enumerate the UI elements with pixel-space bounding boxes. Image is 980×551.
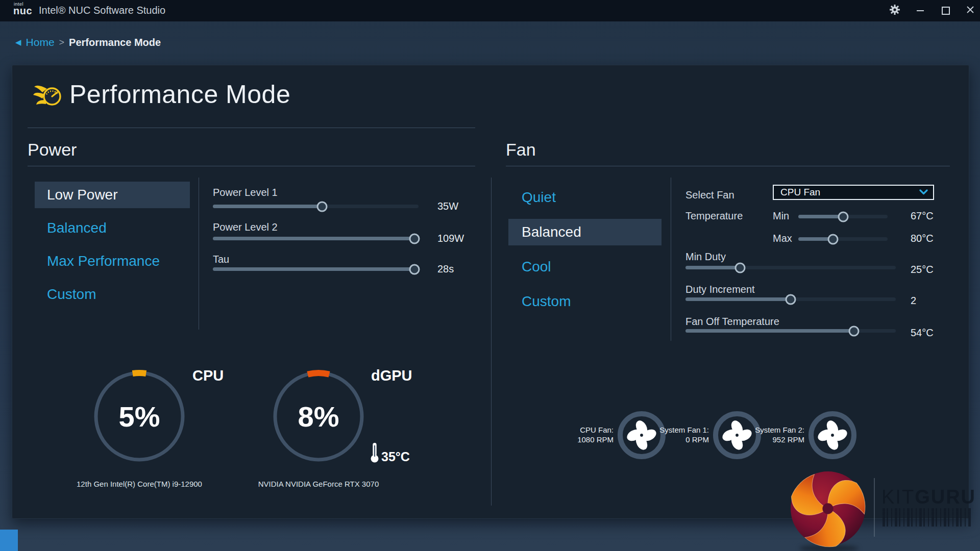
mode-label: Low Power <box>47 187 118 203</box>
fan-mode-cool[interactable]: Cool <box>508 254 662 280</box>
fan-name: System Fan 1: <box>643 425 709 435</box>
kitguru-guru-text: GURU <box>915 486 976 508</box>
power-mode-low-power[interactable]: Low Power <box>35 182 190 208</box>
temp-max-label: Max <box>773 233 792 244</box>
maximize-icon <box>942 7 950 15</box>
minimize-icon <box>917 10 924 11</box>
breadcrumb-separator: > <box>59 37 65 48</box>
cpu-caption: 12th Gen Intel(R) Core(TM) i9-12900 <box>58 480 221 488</box>
barcode-graphic <box>883 508 972 527</box>
cpu-usage-value: 5% <box>92 369 186 463</box>
power-mode-balanced[interactable]: Balanced <box>35 215 190 241</box>
fan-heading-divider <box>506 166 950 166</box>
dgpu-usage-value: 8% <box>272 369 365 463</box>
temperature-label: Temperature <box>685 210 743 222</box>
back-arrow-icon[interactable]: ◀ <box>15 38 21 47</box>
slider-thumb[interactable] <box>786 294 796 305</box>
temp-max-value: 80°C <box>911 233 934 244</box>
slider-thumb[interactable] <box>848 325 859 336</box>
chevron-down-icon <box>919 188 928 197</box>
min-duty-slider[interactable] <box>685 266 896 269</box>
mode-label: Balanced <box>522 224 581 240</box>
fan-mode-custom[interactable]: Custom <box>508 288 662 315</box>
duty-increment-value: 2 <box>911 295 916 307</box>
slider-fill <box>685 329 854 333</box>
gear-icon <box>890 5 900 17</box>
temp-min-label: Min <box>773 210 789 222</box>
slider-thumb[interactable] <box>316 201 327 212</box>
background-window-fragment <box>0 530 18 551</box>
slider-thumb[interactable] <box>409 233 420 244</box>
power-mode-max-performance[interactable]: Max Performance <box>35 248 190 274</box>
cpu-fan-rpm-label: CPU Fan: 1080 RPM <box>547 425 614 444</box>
temp-min-slider[interactable] <box>798 215 888 218</box>
fan-mode-quiet[interactable]: Quiet <box>508 184 662 211</box>
power-section-heading: Power <box>28 140 77 160</box>
thermometer-icon <box>370 442 380 465</box>
mode-label: Max Performance <box>47 253 160 269</box>
fan-icon <box>818 420 847 450</box>
power-level-2-slider[interactable] <box>213 237 419 240</box>
mode-label: Custom <box>47 286 96 303</box>
dgpu-caption: NVIDIA NVIDIA GeForce RTX 3070 <box>237 480 400 488</box>
app-title: Intel® NUC Software Studio <box>39 5 165 16</box>
kitguru-kit-text: KIT <box>881 486 915 508</box>
slider-thumb[interactable] <box>838 211 848 222</box>
slider-thumb[interactable] <box>828 234 839 244</box>
power-fan-divider <box>491 178 492 506</box>
system-fan-1-rpm-label: System Fan 1: 0 RPM <box>643 425 709 444</box>
slider-thumb[interactable] <box>735 262 746 273</box>
maximize-button[interactable] <box>937 0 954 21</box>
duty-increment-slider[interactable] <box>685 297 896 301</box>
power-level-1-slider[interactable] <box>213 205 419 208</box>
power-level-2-label: Power Level 2 <box>213 221 278 233</box>
slider-fill <box>213 205 322 208</box>
mode-label: Quiet <box>522 189 556 206</box>
slider-fill <box>213 267 414 271</box>
intel-nuc-logo: intel nuc <box>13 2 32 16</box>
slider-thumb[interactable] <box>409 264 420 274</box>
min-duty-label: Min Duty <box>685 251 726 263</box>
power-level-1-label: Power Level 1 <box>213 187 278 198</box>
duty-increment-label: Duty Increment <box>685 284 755 295</box>
mode-label: Custom <box>522 293 571 310</box>
fan-rpm: 952 RPM <box>738 435 804 444</box>
fan-rpm: 0 RPM <box>643 435 709 444</box>
performance-mode-panel: Performance Mode Power Low Power Balance… <box>12 65 969 519</box>
dgpu-temperature: 35°C <box>370 442 410 465</box>
mode-label: Balanced <box>47 220 107 236</box>
tau-value: 28s <box>437 263 454 275</box>
title-bar: intel nuc Intel® NUC Software Studio <box>0 0 980 21</box>
minimize-button[interactable] <box>912 0 929 21</box>
system-fan-2-rpm-label: System Fan 2: 952 RPM <box>738 425 804 444</box>
breadcrumb: ◀ Home > Performance Mode <box>15 36 161 48</box>
title-divider <box>28 128 475 128</box>
temp-max-slider[interactable] <box>798 237 888 241</box>
settings-button[interactable] <box>886 0 903 21</box>
power-level-2-value: 109W <box>437 233 464 244</box>
fan-off-temperature-label: Fan Off Temperature <box>685 316 779 328</box>
power-column-divider <box>199 178 199 330</box>
dgpu-gauge-label: dGPU <box>371 367 412 384</box>
fan-off-temperature-slider[interactable] <box>685 329 896 333</box>
kitguru-wordmark: KITGURU <box>881 486 976 508</box>
power-mode-custom[interactable]: Custom <box>35 281 190 308</box>
fan-name: CPU Fan: <box>547 425 614 435</box>
temp-min-value: 67°C <box>911 210 934 222</box>
tau-slider[interactable] <box>213 267 419 271</box>
fan-section-heading: Fan <box>506 140 536 160</box>
fan-rpm: 1080 RPM <box>547 435 614 444</box>
nuc-software-studio-window: { "titlebar": { "logo_small": "intel", "… <box>0 0 980 551</box>
fan-mode-balanced[interactable]: Balanced <box>508 219 662 245</box>
fan-name: System Fan 2: <box>738 425 804 435</box>
dgpu-usage-gauge: 8% <box>272 369 365 463</box>
slider-fill <box>685 297 791 301</box>
performance-mode-icon <box>33 83 63 114</box>
breadcrumb-home-link[interactable]: Home <box>26 36 55 48</box>
mode-label: Cool <box>522 259 551 275</box>
system-fan-2-indicator <box>808 411 856 459</box>
select-fan-label: Select Fan <box>685 189 734 201</box>
select-fan-dropdown[interactable]: CPU Fan <box>773 185 934 200</box>
close-button[interactable] <box>962 0 979 21</box>
selected-fan-value: CPU Fan <box>780 187 820 198</box>
